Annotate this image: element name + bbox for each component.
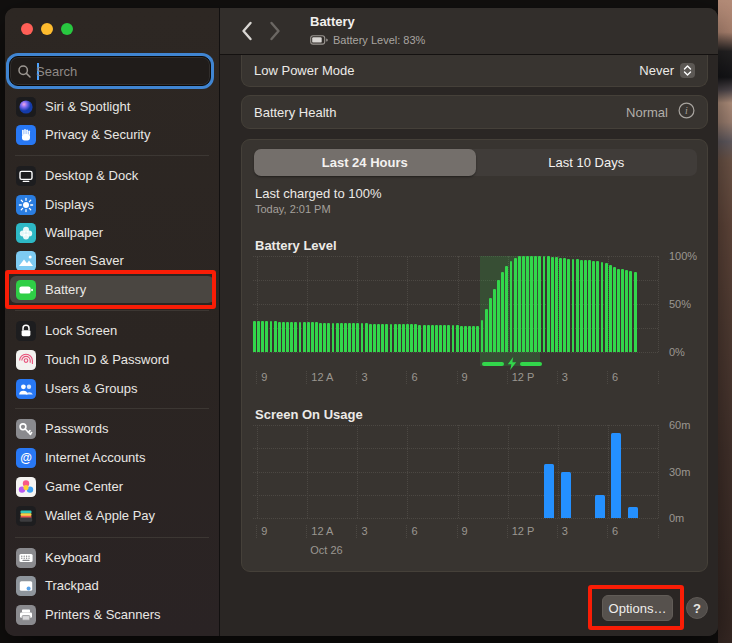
battery-level-bar <box>472 326 475 352</box>
sidebar-item-wallet-apple-pay[interactable]: Wallet & Apple Pay <box>10 502 214 529</box>
system-settings-window: Siri & SpotlightPrivacy & SecurityDeskto… <box>5 8 718 636</box>
gridline <box>307 425 308 518</box>
gridline <box>253 256 658 257</box>
x-axis-edge-tick <box>658 371 659 384</box>
sidebar-item-printers-scanners[interactable]: Printers & Scanners <box>10 601 214 628</box>
battery-level-bar <box>555 257 558 352</box>
battery-level-chart <box>253 256 658 352</box>
sidebar-item-game-center[interactable]: Game Center <box>10 473 214 500</box>
tab-last-24-hours[interactable]: Last 24 Hours <box>254 149 476 176</box>
low-power-mode-row: Low Power Mode Never <box>241 55 708 87</box>
battery-level-bar <box>352 323 355 352</box>
battery-level-bar <box>315 322 318 352</box>
battery-level-bar <box>323 323 326 352</box>
battery-level-bar <box>418 325 421 352</box>
sidebar-group-separator <box>15 537 209 538</box>
battery-level-bar <box>621 269 624 352</box>
battery-level-y-axis: 100%50%0% <box>669 256 709 352</box>
battery-level-bar <box>572 259 575 352</box>
low-power-mode-popup[interactable]: Never <box>639 63 695 78</box>
battery-level-bar <box>307 322 310 352</box>
battery-icon <box>16 280 36 300</box>
screen-on-usage-chart-title: Screen On Usage <box>255 407 363 422</box>
sidebar-item-displays[interactable]: Displays <box>10 191 214 218</box>
battery-level-bar <box>526 256 529 352</box>
sidebar-item-label: Battery <box>45 282 86 297</box>
battery-level-bar <box>563 258 566 352</box>
sidebar-item-keyboard[interactable]: Keyboard <box>10 544 214 571</box>
info-icon[interactable]: i <box>678 102 695 122</box>
battery-level-bar <box>584 260 587 352</box>
battery-level-bar <box>485 309 488 352</box>
battery-level-bar <box>270 321 273 352</box>
battery-level-bar <box>489 298 492 352</box>
battery-level-bar <box>588 260 591 352</box>
sidebar-item-internet-accounts[interactable]: @Internet Accounts <box>10 444 214 471</box>
battery-level-bar <box>435 325 438 352</box>
x-tick-label: 12 P <box>507 525 535 538</box>
desktop: Siri & SpotlightPrivacy & SecurityDeskto… <box>0 0 732 643</box>
sidebar-item-siri-spotlight[interactable]: Siri & Spotlight <box>10 93 214 120</box>
charge-dash <box>482 362 504 366</box>
sidebar-item-touch-id-password[interactable]: Touch ID & Password <box>10 346 214 373</box>
screen-on-usage-bar <box>628 507 638 518</box>
date-label: Oct 26 <box>310 544 342 556</box>
help-button[interactable]: ? <box>686 597 708 619</box>
sidebar-item-label: Game Center <box>45 479 123 494</box>
x-tick-label: 9 <box>256 371 267 384</box>
screen-on-usage-bar <box>611 433 621 518</box>
battery-level-bar <box>559 258 562 352</box>
battery-level-bar <box>336 323 339 352</box>
x-tick-label: 6 <box>607 371 618 384</box>
sidebar-group-separator <box>15 310 209 311</box>
tab-last-10-days[interactable]: Last 10 Days <box>476 149 698 176</box>
sidebar-item-passwords[interactable]: Passwords <box>10 415 214 442</box>
sidebar-item-desktop-dock[interactable]: Desktop & Dock <box>10 162 214 189</box>
gridline <box>658 256 659 352</box>
battery-level-bar <box>514 258 517 352</box>
x-tick-label: 9 <box>457 525 468 538</box>
usage-card: Last 24 Hours Last 10 Days Last charged … <box>241 139 708 572</box>
sidebar-item-label: Privacy & Security <box>45 127 150 142</box>
gridline <box>253 472 658 473</box>
x-tick-label: 9 <box>256 525 267 538</box>
battery-level-bar <box>530 256 533 352</box>
game-center-icon <box>16 477 36 497</box>
sidebar-item-wallpaper[interactable]: Wallpaper <box>10 219 214 246</box>
battery-health-row: Battery Health Normal i <box>241 95 708 129</box>
gridline <box>407 425 408 518</box>
sidebar-nav: Siri & SpotlightPrivacy & SecurityDeskto… <box>5 8 219 636</box>
sidebar-item-battery[interactable]: Battery <box>10 276 214 303</box>
sidebar-item-label: Wallet & Apple Pay <box>45 508 155 523</box>
battery-level-bar <box>468 326 471 352</box>
sidebar-item-label: Trackpad <box>45 578 99 593</box>
back-button[interactable] <box>240 20 253 46</box>
forward-button[interactable] <box>269 20 282 46</box>
low-power-mode-label: Low Power Mode <box>254 63 354 78</box>
settings-content: Low Power Mode Never Battery Health <box>220 56 718 636</box>
sidebar-item-screen-saver[interactable]: Screen Saver <box>10 247 214 274</box>
battery-level-bar <box>286 322 289 352</box>
y-tick-label: 50% <box>669 298 691 310</box>
battery-level-bar <box>501 272 504 352</box>
desktop-dock-icon <box>16 166 36 186</box>
sidebar-item-privacy-security[interactable]: Privacy & Security <box>10 121 214 148</box>
battery-level-bar <box>344 323 347 352</box>
sidebar-item-lock-screen[interactable]: Lock Screen <box>10 317 214 344</box>
x-tick-label: 12 P <box>507 371 535 384</box>
battery-level-bar <box>390 324 393 352</box>
sidebar-item-label: Desktop & Dock <box>45 168 138 183</box>
sidebar-item-trackpad[interactable]: Trackpad <box>10 572 214 599</box>
options-button[interactable]: Options… <box>602 595 673 621</box>
sidebar-item-users-groups[interactable]: Users & Groups <box>10 375 214 402</box>
siri-icon <box>16 97 36 117</box>
gridline <box>658 425 659 518</box>
battery-level-bar <box>447 325 450 352</box>
svg-text:@: @ <box>20 451 32 465</box>
battery-level-bar <box>381 324 384 352</box>
privacy-hand-icon <box>16 125 36 145</box>
battery-level-bar <box>613 267 616 352</box>
y-tick-label: 0m <box>669 512 684 524</box>
lightning-bolt-icon <box>507 357 517 370</box>
battery-level-bar <box>369 324 372 352</box>
